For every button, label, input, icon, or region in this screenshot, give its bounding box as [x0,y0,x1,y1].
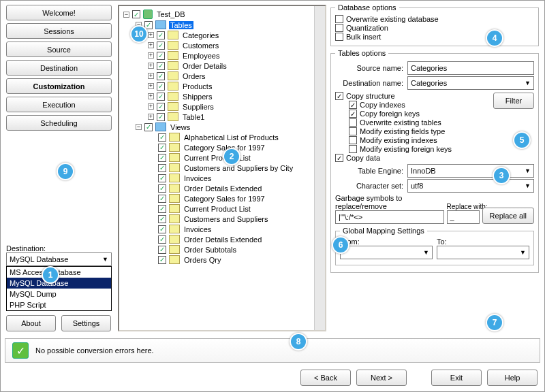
bulk-insert-checkbox[interactable]: Bulk insert [335,33,534,41]
replace-with-input[interactable]: _ [447,210,480,224]
tree-table-item[interactable]: +✓Employees [148,50,325,61]
dest-opt-mysql[interactable]: MySQL Database [7,278,111,289]
about-button[interactable]: About [6,315,56,331]
destination-dropdown-list[interactable]: MS Access Database MySQL Database MySQL … [6,266,112,311]
nav-sessions[interactable]: Sessions [6,23,112,39]
checkbox[interactable]: ✓ [158,205,166,213]
checkbox[interactable]: ✓ [132,10,140,18]
tree-view-item[interactable]: ✓Invoices [148,224,325,234]
next-button[interactable]: Next > [356,370,407,386]
mapping-from-select[interactable]: ▼ [340,246,433,259]
charset-select[interactable]: utf8▼ [407,179,534,193]
checkbox[interactable]: ✓ [144,21,153,29]
modify-indexes-checkbox[interactable]: Modify existing indexes [349,136,489,144]
expand-icon[interactable]: + [148,42,154,48]
tree-view-item[interactable]: ✓Order Subtotals [148,244,325,255]
tree-table-item[interactable]: +✓Categories [148,30,325,40]
tree-view-item[interactable]: ✓Category Sales for 1997 [148,142,325,152]
tree-view-item[interactable]: ✓Customers and Suppliers [148,214,325,224]
table-engine-select[interactable]: InnoDB▼ [407,164,534,178]
overwrite-tables-checkbox[interactable]: Overwrite existing tables [349,118,489,127]
tree-view-item[interactable]: ✓Order Details Extended [148,183,325,193]
mapping-to-select[interactable]: ▼ [437,246,529,259]
tree-view-item[interactable]: ✓Customers and Suppliers by City [148,163,325,173]
tree-views[interactable]: −✓Views [136,122,325,132]
checkbox[interactable]: ✓ [144,123,153,131]
tree-view-item[interactable]: ✓Current Product List [148,203,325,214]
checkbox[interactable]: ✓ [158,133,166,142]
tree-view-item[interactable]: ✓Current Product List [148,152,325,163]
quantization-checkbox[interactable]: Quantization [335,24,534,32]
scrollbar[interactable] [314,6,325,330]
checkbox[interactable]: ✓ [158,174,166,182]
checkbox[interactable]: ✓ [157,62,165,70]
help-button[interactable]: Help [487,370,538,386]
tree-view-item[interactable]: ✓Order Details Extended [148,234,325,244]
modify-fields-checkbox[interactable]: Modify existing fields type [349,127,489,135]
tree-table-item[interactable]: +✓Order Details [148,61,325,71]
expand-icon[interactable]: + [148,114,154,120]
collapse-icon[interactable]: − [123,12,129,18]
settings-button[interactable]: Settings [61,315,111,331]
expand-icon[interactable]: + [148,93,154,99]
tree-root[interactable]: −✓Test_DB [123,9,325,20]
checkbox[interactable]: ✓ [157,103,165,111]
checkbox[interactable]: ✓ [158,256,166,264]
replace-all-button[interactable]: Replace all [482,208,534,224]
copy-data-checkbox[interactable]: ✓Copy data [335,154,489,162]
expand-icon[interactable]: + [148,63,154,69]
overwrite-db-checkbox[interactable]: Overwrite existing database [335,15,534,23]
checkbox[interactable]: ✓ [158,246,166,254]
nav-scheduling[interactable]: Scheduling [6,115,112,131]
nav-customization[interactable]: Customization [6,78,112,94]
collapse-icon[interactable]: − [136,22,142,28]
checkbox[interactable]: ✓ [158,154,166,162]
checkbox[interactable]: ✓ [157,72,165,80]
nav-source[interactable]: Source [6,42,112,57]
checkbox[interactable]: ✓ [158,225,166,233]
tree-table-item[interactable]: +✓Customers [148,40,325,50]
tree-pane[interactable]: −✓Test_DB −✓Tables +✓Categories+✓Custome… [118,5,326,331]
dest-opt-php[interactable]: PHP Script [7,299,111,310]
tree-table-item[interactable]: +✓Products [148,81,325,91]
expand-icon[interactable]: + [148,83,154,89]
exit-button[interactable]: Exit [431,370,482,386]
dest-opt-mysqldump[interactable]: MySQL Dump [7,289,111,299]
nav-welcome[interactable]: Welcome! [6,5,112,20]
checkbox[interactable]: ✓ [157,82,165,91]
checkbox[interactable]: ✓ [158,144,166,152]
garbage-input[interactable]: |'"\:/*<> [335,210,444,224]
collapse-icon[interactable]: − [136,124,142,130]
back-button[interactable]: < Back [300,370,351,386]
expand-icon[interactable]: + [148,32,154,38]
tree-table-item[interactable]: +✓Orders [148,71,325,81]
checkbox[interactable]: ✓ [157,42,165,50]
destination-select[interactable]: MySQL Database ▼ [6,252,112,266]
nav-execution[interactable]: Execution [6,97,112,112]
tree-view-item[interactable]: ✓Category Sales for 1997 [148,193,325,203]
checkbox[interactable]: ✓ [158,235,166,244]
checkbox[interactable]: ✓ [157,93,165,101]
modify-fk-checkbox[interactable]: Modify existing foreign keys [349,145,489,153]
tree-table-item[interactable]: +✓Shippers [148,91,325,101]
copy-indexes-checkbox[interactable]: ✓Copy indexes [349,101,489,109]
expand-icon[interactable]: + [148,103,154,110]
checkbox[interactable]: ✓ [158,184,166,193]
nav-destination[interactable]: Destination [6,60,112,76]
dest-name-select[interactable]: Categories▼ [407,76,534,90]
copy-fk-checkbox[interactable]: ✓Copy foreign keys [349,110,489,118]
checkbox[interactable]: ✓ [158,215,166,223]
copy-structure-checkbox[interactable]: ✓Copy structure [335,92,489,100]
tree-view-item[interactable]: ✓Invoices [148,173,325,183]
checkbox[interactable]: ✓ [158,164,166,172]
checkbox[interactable]: ✓ [157,31,165,39]
tree-tables[interactable]: −✓Tables [136,20,325,30]
filter-button[interactable]: Filter [493,93,534,109]
checkbox[interactable]: ✓ [158,195,166,203]
dest-opt-msaccess[interactable]: MS Access Database [7,267,111,278]
tree-view-item[interactable]: ✓Orders Qry [148,255,325,265]
tree-table-item[interactable]: +✓Table1 [148,112,325,122]
checkbox[interactable]: ✓ [157,52,165,60]
expand-icon[interactable]: + [148,52,154,59]
expand-icon[interactable]: + [148,73,154,79]
